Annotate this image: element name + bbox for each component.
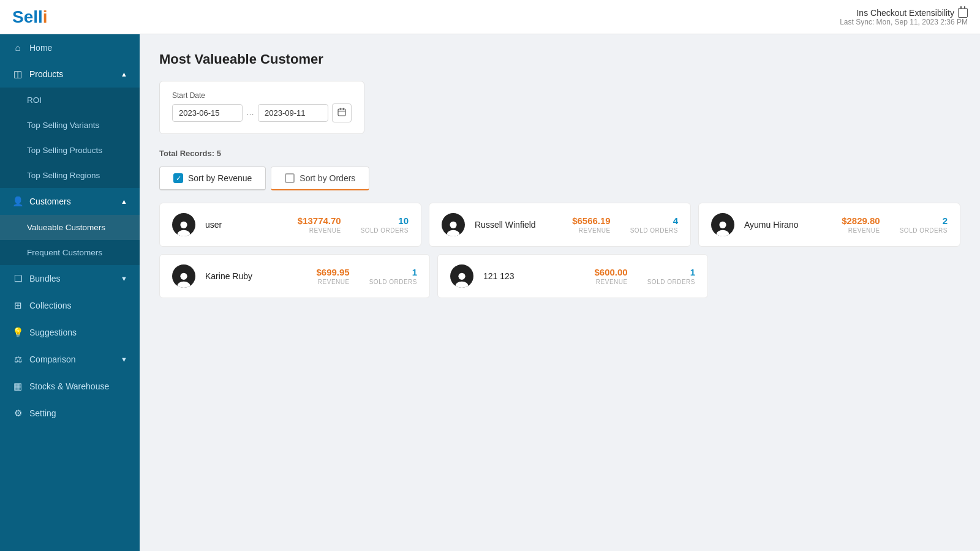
customer-stats-121123: $600.00 REVENUE 1 SOLD ORDERS	[594, 267, 695, 285]
avatar-karine	[172, 264, 195, 288]
customer-card-russell: Russell Winfield $6566.19 REVENUE 4 SOLD…	[429, 203, 691, 247]
stat-revenue-russell: $6566.19 REVENUE	[572, 216, 611, 234]
sidebar-item-valuable-customers[interactable]: Valueable Customers	[0, 215, 140, 240]
date-filter-card: Start Date …	[159, 81, 364, 134]
sidebar-label-valuable: Valueable Customers	[27, 223, 105, 232]
sidebar-products-submenu: ROI Top Selling Variants Top Selling Pro…	[0, 88, 140, 188]
customers-row-2: Karine Ruby $699.95 REVENUE 1 SOLD ORDER…	[159, 254, 960, 298]
sidebar-label-top-products: Top Selling Products	[27, 146, 102, 155]
orders-label-user: SOLD ORDERS	[361, 227, 409, 234]
sidebar-label-roi: ROI	[27, 96, 42, 105]
stat-revenue-121123: $600.00 REVENUE	[594, 267, 627, 285]
sidebar-label-customers: Customers	[29, 197, 71, 206]
products-icon: ◫	[12, 69, 23, 80]
stat-orders-karine: 1 SOLD ORDERS	[369, 267, 417, 285]
customer-card-karine: Karine Ruby $699.95 REVENUE 1 SOLD ORDER…	[159, 254, 430, 298]
topbar: Selli Ins Checkout Extensibility Last Sy…	[0, 0, 980, 34]
stat-revenue-user: $13774.70 REVENUE	[298, 216, 341, 234]
sort-by-orders-tab[interactable]: Sort by Orders	[271, 167, 369, 190]
sidebar-item-top-variants[interactable]: Top Selling Variants	[0, 113, 140, 138]
date-input-wrap: …	[172, 103, 352, 122]
checkout-extensibility: Ins Checkout Extensibility	[840, 8, 968, 18]
sidebar-item-setting[interactable]: ⚙ Setting	[0, 400, 140, 427]
sidebar-item-suggestions[interactable]: 💡 Suggestions	[0, 319, 140, 346]
start-date-label: Start Date	[172, 91, 352, 100]
orders-value-user: 10	[361, 216, 409, 226]
sidebar-label-home: Home	[29, 43, 52, 53]
svg-point-5	[178, 230, 190, 236]
stat-revenue-karine: $699.95 REVENUE	[316, 267, 349, 285]
sidebar-item-home[interactable]: ⌂ Home	[0, 34, 140, 61]
avatar-121123	[450, 264, 473, 288]
end-date-input[interactable]	[258, 104, 328, 122]
calendar-button[interactable]	[332, 103, 352, 122]
customer-name-121123: 121 123	[483, 271, 584, 281]
customers-grid: user $13774.70 REVENUE 10 SOLD ORDERS	[159, 203, 960, 298]
customer-name-russell: Russell Winfield	[475, 220, 562, 230]
sidebar-item-roi[interactable]: ROI	[0, 88, 140, 113]
customer-card-user: user $13774.70 REVENUE 10 SOLD ORDERS	[159, 203, 421, 247]
collections-icon: ⊞	[12, 300, 23, 311]
chevron-down-icon-comparison: ▼	[121, 356, 127, 363]
sidebar-item-bundles[interactable]: ❏ Bundles ▼	[0, 265, 140, 292]
svg-point-6	[450, 222, 456, 228]
svg-point-11	[178, 282, 190, 288]
logo-accent: i	[43, 7, 48, 26]
svg-point-7	[447, 230, 460, 236]
logo: Selli	[12, 7, 48, 27]
sidebar-item-stocks[interactable]: ▦ Stocks & Warehouse	[0, 373, 140, 400]
sidebar-item-customers[interactable]: 👤 Customers ▲	[0, 188, 140, 215]
stat-orders-russell: 4 SOLD ORDERS	[630, 216, 678, 234]
customer-card-121123: 121 123 $600.00 REVENUE 1 SOLD ORDERS	[437, 254, 708, 298]
stat-orders-121123: 1 SOLD ORDERS	[647, 267, 695, 285]
stat-orders-ayumu: 2 SOLD ORDERS	[900, 216, 948, 234]
svg-point-13	[456, 282, 469, 288]
sidebar-item-top-regions[interactable]: Top Selling Regions	[0, 163, 140, 188]
total-records: Total Records: 5	[159, 149, 960, 158]
sidebar: ⌂ Home ◫ Products ▲ ROI Top Selling Vari…	[0, 34, 140, 551]
suggestions-icon: 💡	[12, 327, 23, 338]
home-icon: ⌂	[12, 42, 23, 53]
customer-stats-russell: $6566.19 REVENUE 4 SOLD ORDERS	[572, 216, 678, 234]
last-sync: Last Sync: Mon, Sep 11, 2023 2:36 PM	[840, 18, 968, 26]
calendar-icon	[958, 8, 968, 18]
avatar-ayumu	[711, 213, 734, 236]
start-date-group: Start Date …	[172, 91, 352, 122]
revenue-label-user: REVENUE	[298, 227, 341, 234]
sidebar-customers-submenu: Valueable Customers Frequent Customers	[0, 215, 140, 265]
sort-tabs: ✓ Sort by Revenue Sort by Orders	[159, 167, 960, 190]
sidebar-item-top-products[interactable]: Top Selling Products	[0, 138, 140, 163]
avatar-user	[172, 213, 195, 236]
customer-name-user: user	[205, 220, 288, 230]
empty-spacer	[715, 254, 960, 298]
customers-row-1: user $13774.70 REVENUE 10 SOLD ORDERS	[159, 203, 960, 247]
sidebar-item-products[interactable]: ◫ Products ▲	[0, 61, 140, 88]
revenue-value-russell: $6566.19	[572, 216, 611, 226]
layout: ⌂ Home ◫ Products ▲ ROI Top Selling Vari…	[0, 34, 980, 551]
customer-name-ayumu: Ayumu Hirano	[744, 220, 832, 230]
sort-by-revenue-tab[interactable]: ✓ Sort by Revenue	[159, 167, 266, 190]
page-title: Most Valueable Customer	[159, 51, 960, 67]
sidebar-label-stocks: Stocks & Warehouse	[29, 381, 109, 391]
sidebar-label-collections: Collections	[29, 301, 71, 310]
customer-name-karine: Karine Ruby	[205, 271, 306, 281]
svg-point-9	[717, 230, 729, 236]
sidebar-label-comparison: Comparison	[29, 354, 75, 364]
logo-main: Sell	[12, 7, 43, 26]
stat-revenue-ayumu: $2829.80 REVENUE	[842, 216, 880, 234]
sidebar-item-collections[interactable]: ⊞ Collections	[0, 292, 140, 319]
customer-stats-user: $13774.70 REVENUE 10 SOLD ORDERS	[298, 216, 409, 234]
chevron-up-icon: ▲	[121, 70, 127, 78]
sidebar-label-setting: Setting	[29, 408, 56, 418]
comparison-icon: ⚖	[12, 354, 23, 365]
customer-stats-ayumu: $2829.80 REVENUE 2 SOLD ORDERS	[842, 216, 948, 234]
svg-rect-0	[338, 109, 345, 116]
setting-icon: ⚙	[12, 408, 23, 419]
sidebar-label-top-variants: Top Selling Variants	[27, 121, 99, 130]
stocks-icon: ▦	[12, 381, 23, 392]
start-date-input[interactable]	[172, 104, 243, 122]
sidebar-item-frequent-customers[interactable]: Frequent Customers	[0, 240, 140, 265]
customer-card-ayumu: Ayumu Hirano $2829.80 REVENUE 2 SOLD ORD…	[698, 203, 960, 247]
sidebar-item-comparison[interactable]: ⚖ Comparison ▼	[0, 346, 140, 373]
stat-orders-user: 10 SOLD ORDERS	[361, 216, 409, 234]
